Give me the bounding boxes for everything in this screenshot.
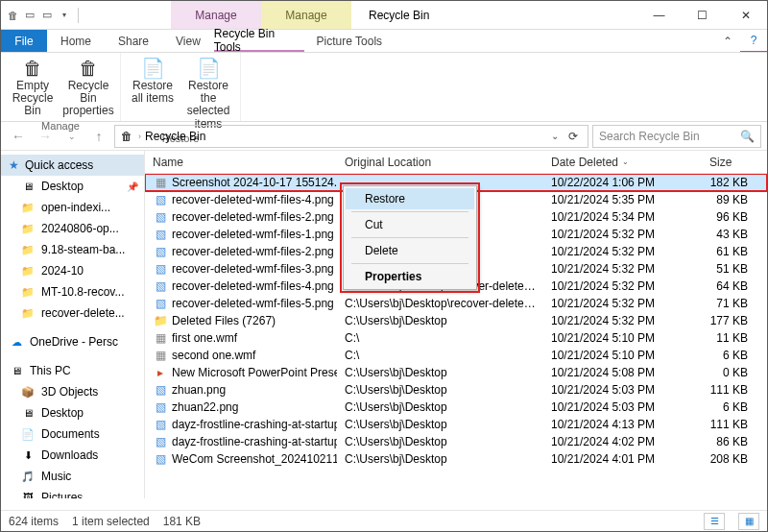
- tab-recycle-bin-tools[interactable]: Recycle Bin Tools: [214, 30, 304, 52]
- tab-view[interactable]: View: [162, 30, 214, 52]
- up-button[interactable]: ↑: [87, 125, 110, 148]
- folder-icon: 📁: [20, 243, 36, 256]
- table-row[interactable]: ▧zhuan.pngC:\Users\bj\Desktop10/21/2024 …: [145, 381, 767, 399]
- table-row[interactable]: ▦first one.wmfC:\10/21/2024 5:10 PM11 KB: [145, 329, 767, 347]
- navigation-pane[interactable]: ★Quick access🖥Desktop📌📁open-indexi...📁20…: [1, 151, 145, 498]
- ribbon-collapse-icon[interactable]: ⌃: [715, 30, 740, 52]
- file-size: 0 KB: [702, 366, 767, 379]
- title-bar: 🗑 ▭ ▭ ▾ Manage Manage Recycle Bin — ☐ ✕: [1, 1, 767, 30]
- table-row[interactable]: ▧recover-deleted-wmf-files-5.pngC:\Users…: [145, 295, 767, 312]
- sidebar-item[interactable]: 🖥Desktop: [1, 402, 144, 423]
- folder-icon: ⬇: [20, 448, 36, 462]
- empty-recycle-bin[interactable]: 🗑EmptyRecycle Bin: [7, 55, 59, 118]
- file-date: 10/21/2024 5:34 PM: [543, 210, 702, 224]
- help-icon[interactable]: ?: [740, 30, 767, 52]
- view-details-button[interactable]: ☰: [704, 513, 725, 530]
- separator: [351, 237, 468, 238]
- file-size: 111 KB: [702, 418, 767, 431]
- tab-home[interactable]: Home: [47, 30, 105, 52]
- sidebar-item[interactable]: ⬇Downloads: [1, 445, 144, 466]
- pin-icon: 📌: [127, 181, 138, 192]
- restore-selected-items[interactable]: 📄Restore theselected items: [182, 55, 234, 131]
- sidebar-item[interactable]: 📁9.18-steam-ba...: [1, 239, 144, 260]
- table-row[interactable]: ▧zhuan22.pngC:\Users\bj\Desktop10/21/202…: [145, 399, 767, 416]
- qat-item[interactable]: ▭: [39, 8, 55, 23]
- file-icon: ▧: [153, 193, 168, 206]
- onedrive-icon: ☁: [9, 335, 24, 349]
- file-date: 10/21/2024 5:03 PM: [543, 400, 702, 414]
- sidebar-item[interactable]: 📄Documents: [1, 423, 144, 445]
- folder-icon: 🎵: [20, 470, 36, 483]
- file-icon: ▧: [153, 262, 168, 276]
- address-dropdown-icon[interactable]: ⌄: [551, 131, 559, 141]
- qat-dropdown-icon[interactable]: ▾: [57, 8, 72, 23]
- table-row[interactable]: ▧dayz-frostline-crashing-at-startup-...C…: [145, 416, 767, 433]
- file-icon: ▦: [153, 349, 168, 362]
- file-date: 10/21/2024 5:32 PM: [543, 314, 702, 327]
- column-header-name[interactable]: Name: [145, 151, 337, 173]
- empty-recycle-bin-icon: 🗑: [17, 57, 48, 80]
- sidebar-item[interactable]: 📁20240806-op...: [1, 218, 144, 239]
- file-size: 86 KB: [702, 435, 767, 448]
- minimize-button[interactable]: —: [637, 1, 681, 30]
- sidebar-item[interactable]: 📁2024-10: [1, 260, 144, 281]
- table-row[interactable]: ▸New Microsoft PowerPoint Present...C:\U…: [145, 364, 767, 381]
- file-tab[interactable]: File: [1, 30, 47, 52]
- sidebar-item[interactable]: 📁open-indexi...: [1, 197, 144, 218]
- back-button[interactable]: ←: [7, 125, 30, 148]
- search-input[interactable]: Search Recycle Bin 🔍: [592, 125, 761, 148]
- restore-all-items[interactable]: 📄Restoreall items: [127, 55, 179, 105]
- view-large-icons-button[interactable]: ▦: [738, 513, 759, 530]
- file-size: 208 KB: [702, 452, 767, 466]
- status-bar: 624 items 1 item selected 181 KB ☰ ▦: [1, 510, 767, 531]
- file-size: 64 KB: [702, 279, 767, 293]
- recycle-bin-icon: 🗑: [119, 129, 134, 144]
- file-date: 10/21/2024 5:35 PM: [543, 193, 702, 206]
- file-size: 51 KB: [702, 262, 767, 276]
- table-row[interactable]: ▧WeCom Screenshot_20241021148...C:\Users…: [145, 450, 767, 468]
- sidebar-item[interactable]: 📁recover-delete...: [1, 302, 144, 324]
- contextual-group-recycle: Manage: [171, 1, 261, 29]
- address-input[interactable]: 🗑 › Recycle Bin ⌄ ⟳: [114, 125, 588, 148]
- column-header-original-location[interactable]: Original Location: [337, 151, 543, 173]
- sidebar-item-desktop[interactable]: 🖥Desktop📌: [1, 176, 144, 197]
- sidebar-item[interactable]: 📦3D Objects: [1, 381, 144, 402]
- file-location: C:\: [337, 331, 543, 345]
- column-header-date-deleted[interactable]: Date Deleted⌄: [543, 151, 702, 173]
- file-size: 6 KB: [702, 400, 767, 414]
- sidebar-onedrive[interactable]: ☁OneDrive - Persc: [1, 331, 144, 352]
- table-row[interactable]: ▦second one.wmfC:\10/21/2024 5:10 PM6 KB: [145, 347, 767, 364]
- sidebar-item[interactable]: 🎵Music: [1, 466, 144, 487]
- ctx-cut[interactable]: Cut: [346, 214, 474, 235]
- column-header-size[interactable]: Size: [702, 151, 767, 173]
- ctx-restore[interactable]: Restore: [346, 188, 474, 209]
- restore-all-items-icon: 📄: [137, 57, 168, 80]
- ctx-delete[interactable]: Delete: [346, 240, 474, 261]
- folder-icon: 🖼: [20, 491, 36, 498]
- recycle-bin-properties[interactable]: 🗑Recycle Binproperties: [62, 55, 114, 118]
- maximize-button[interactable]: ☐: [681, 1, 724, 30]
- close-button[interactable]: ✕: [724, 1, 767, 30]
- qat-item[interactable]: ▭: [22, 8, 37, 23]
- refresh-button[interactable]: ⟳: [563, 126, 584, 147]
- table-row[interactable]: ▧dayz-frostline-crashing-at-startup-...C…: [145, 433, 767, 450]
- file-date: 10/21/2024 4:01 PM: [543, 452, 702, 466]
- address-path: Recycle Bin: [145, 130, 547, 143]
- file-name: dayz-frostline-crashing-at-startup-...: [172, 418, 337, 431]
- tab-share[interactable]: Share: [105, 30, 162, 52]
- recent-locations-icon[interactable]: ⌄: [60, 125, 84, 148]
- table-row[interactable]: 📁Deleted Files (7267)C:\Users\bj\Desktop…: [145, 312, 767, 329]
- file-icon: 📁: [153, 314, 168, 327]
- file-name: Screenshot 2024-10-17 155124.wmf: [172, 176, 337, 189]
- sidebar-this-pc[interactable]: 🖥This PC: [1, 360, 144, 381]
- file-size: 71 KB: [702, 297, 767, 310]
- sidebar-item[interactable]: 📁MT-10.8-recov...: [1, 281, 144, 302]
- sidebar-item[interactable]: 🖼Pictures: [1, 487, 144, 498]
- contextual-tab-groups: Manage Manage: [171, 1, 351, 29]
- ctx-properties[interactable]: Properties: [346, 266, 474, 287]
- forward-button[interactable]: →: [34, 125, 57, 148]
- file-icon: ▸: [153, 366, 168, 379]
- tab-picture-tools[interactable]: Picture Tools: [304, 30, 395, 52]
- file-name: recover-deleted-wmf-files-3.png: [172, 262, 334, 276]
- sidebar-quick-access[interactable]: ★Quick access: [1, 155, 144, 176]
